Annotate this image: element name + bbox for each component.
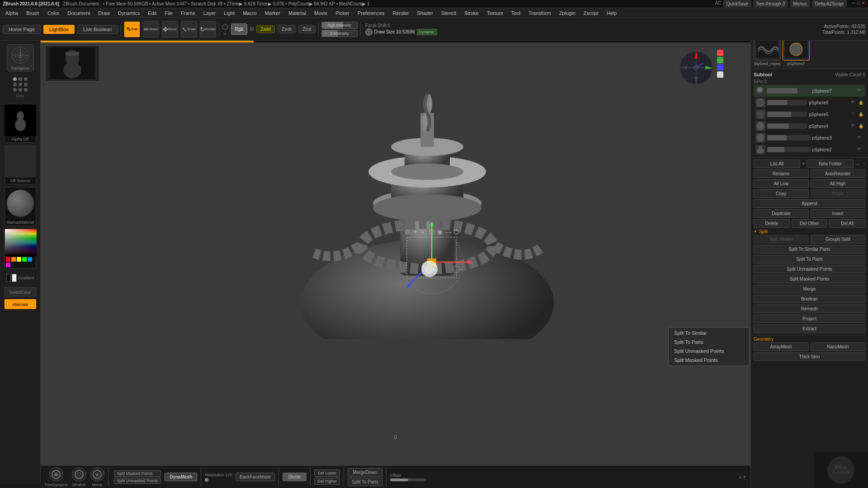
menu-zplugin[interactable]: Zplugin xyxy=(556,9,579,17)
viewport-compass[interactable]: Y X xyxy=(678,50,714,87)
dot-1[interactable] xyxy=(13,77,17,81)
new-folder-button[interactable]: New Folder xyxy=(807,160,854,168)
tab-home-page[interactable]: Home Page xyxy=(3,25,41,34)
z-intensity-slider[interactable]: Z Intensity xyxy=(321,30,358,37)
color-picker-box[interactable] xyxy=(5,229,36,268)
nano-mesh-button[interactable]: NanoMesh xyxy=(811,343,866,351)
minimize-btn[interactable]: ─ xyxy=(852,0,855,7)
menu-stencil[interactable]: Stencil xyxy=(438,9,460,17)
split-unmasked-button[interactable]: Split Unmasked Points xyxy=(754,265,865,273)
swatch-orange[interactable] xyxy=(11,257,16,262)
split-similar-button[interactable]: Split To Similar Parts xyxy=(754,245,865,253)
merge-down-button[interactable]: MergeDown xyxy=(348,468,382,477)
dynamic-button[interactable]: Dynamic xyxy=(417,29,437,35)
subtool-slider-psphere2[interactable] xyxy=(767,147,811,152)
menu-layer[interactable]: Layer xyxy=(200,9,220,17)
ctx-split-parts[interactable]: Split To Parts xyxy=(669,338,749,347)
groups-split-button[interactable]: Groups Split xyxy=(811,235,866,244)
project-button[interactable]: Project xyxy=(754,314,865,323)
subtool-eye-psphere2[interactable]: 👁 xyxy=(857,146,863,153)
menu-alpha[interactable]: Alpha xyxy=(2,9,22,17)
menu-texture[interactable]: Texture xyxy=(483,9,507,17)
subtool-lock-psphere6[interactable]: 🔒 xyxy=(859,100,863,105)
subtool-item-psphere6[interactable]: pSphere6 👁 🔒 xyxy=(754,97,865,108)
maximize-btn[interactable]: □ xyxy=(857,0,860,7)
viewport[interactable]: Y X xyxy=(41,41,750,465)
dot-6[interactable] xyxy=(24,83,28,86)
swatch-blue[interactable] xyxy=(28,257,32,262)
rename-button[interactable]: Rename xyxy=(754,169,809,178)
menu-file[interactable]: File xyxy=(161,9,176,17)
menu-brush[interactable]: Brush xyxy=(23,9,43,17)
duplicate-button[interactable]: Duplicate xyxy=(754,209,809,218)
draw-tool[interactable]: ✏ Draw xyxy=(143,21,159,38)
split-hidden-button[interactable]: Split Hidden xyxy=(754,235,809,244)
subtool-eye-psphere3[interactable]: 👁 xyxy=(857,135,863,141)
delete-button[interactable]: Delete xyxy=(754,219,790,228)
ctx-split-masked[interactable]: Split Masked Points xyxy=(669,356,749,365)
subtool-slider-psphere5[interactable] xyxy=(767,112,807,117)
dot-7[interactable] xyxy=(13,88,17,92)
menu-render[interactable]: Render xyxy=(389,9,412,17)
divide-button[interactable]: Divide xyxy=(283,473,307,481)
resolution-dot[interactable] xyxy=(205,478,208,482)
rgb-intensity-slider[interactable]: Rgb Intensity xyxy=(321,22,358,29)
array-mesh-button[interactable]: ArrayMesh xyxy=(754,343,809,351)
thick-skin-button[interactable]: Thick Skin xyxy=(754,352,865,361)
subtool-slider-psphere3[interactable] xyxy=(767,135,811,141)
dot-9[interactable] xyxy=(24,88,28,92)
menu-draw[interactable]: Draw xyxy=(94,9,113,17)
switch-color-button[interactable]: SwitchColor xyxy=(5,287,36,296)
gradient-dark-swatch[interactable] xyxy=(6,274,11,282)
menu-preferences[interactable]: Preferences xyxy=(354,9,388,17)
menu-frame[interactable]: Frame xyxy=(177,9,199,17)
menu-help[interactable]: Help xyxy=(603,9,621,17)
trimdynamic-tool[interactable]: TrimDynamic xyxy=(44,467,68,487)
remesh-button[interactable]: Remesh xyxy=(754,305,865,313)
menu-movie[interactable]: Movie xyxy=(311,9,331,17)
brush-item-ropes[interactable]: Stylized_ropes xyxy=(754,38,781,66)
tab-live-boolean[interactable]: Live Boolean xyxy=(77,25,118,34)
menu-picker[interactable]: Picker xyxy=(332,9,353,17)
subtool-item-psphere3[interactable]: pSphere3 👁 xyxy=(754,132,865,144)
hpolish-tool[interactable]: hPolish xyxy=(72,467,86,487)
dot-8[interactable] xyxy=(19,88,22,92)
subtool-item-psphere5[interactable]: pSphere5 👁 🔒 xyxy=(754,108,865,120)
menu-light[interactable]: Light xyxy=(220,9,238,17)
copy-button[interactable]: Copy xyxy=(754,189,809,198)
swatch-yellow[interactable] xyxy=(17,257,21,262)
material-box[interactable]: StartupMaterial xyxy=(5,187,36,226)
del-lower-button[interactable]: Del Lower xyxy=(314,469,340,477)
inflate-slider[interactable] xyxy=(390,479,426,481)
dot-5[interactable] xyxy=(19,83,22,86)
rgb-button[interactable]: Rgb xyxy=(231,23,247,35)
del-all-button[interactable]: Del All xyxy=(829,219,865,228)
subtool-eye-psphere6[interactable]: 👁 xyxy=(850,99,857,106)
menu-dynamics[interactable]: Dynamics xyxy=(114,9,143,17)
subtool-lock-psphere5[interactable]: 🔒 xyxy=(859,112,863,117)
dot-4[interactable] xyxy=(13,83,17,86)
gradient-light-swatch[interactable] xyxy=(12,274,17,282)
subtool-item-psphere2[interactable]: pSphere2 👁 xyxy=(754,144,865,155)
insert-button[interactable]: Insert xyxy=(811,209,866,218)
quick-save-button[interactable]: QuickSave xyxy=(723,0,751,7)
boolean-button[interactable]: Boolean xyxy=(754,295,865,303)
subtool-slider-psphere4[interactable] xyxy=(767,123,807,129)
ctx-split-similar[interactable]: Split To Similar xyxy=(669,328,749,338)
swatch-green[interactable] xyxy=(22,257,27,262)
add-icon[interactable]: + xyxy=(802,161,805,167)
dynamesh-button[interactable]: DynaMesh xyxy=(165,473,197,481)
menu-zscript[interactable]: Zscript xyxy=(580,9,602,17)
menu-color[interactable]: Color xyxy=(44,9,63,17)
del-other-button[interactable]: Del Other xyxy=(792,219,828,228)
subtool-item-psphere4[interactable]: pSphere4 👁 🔒 xyxy=(754,120,865,132)
menu-document[interactable]: Document xyxy=(64,9,94,17)
rotate-tool[interactable]: ↻ Rotate xyxy=(200,21,216,38)
move-bottom-tool[interactable]: ✥ Move xyxy=(90,467,104,487)
zcut-button[interactable]: Zcut xyxy=(298,25,315,33)
move-tool[interactable]: ✥ Move xyxy=(162,21,178,38)
close-btn[interactable]: ✕ xyxy=(862,0,865,7)
merge-button[interactable]: Merge xyxy=(754,285,865,293)
brush-selector[interactable]: ⬡ M xyxy=(222,23,228,36)
swatch-purple[interactable] xyxy=(6,263,10,267)
